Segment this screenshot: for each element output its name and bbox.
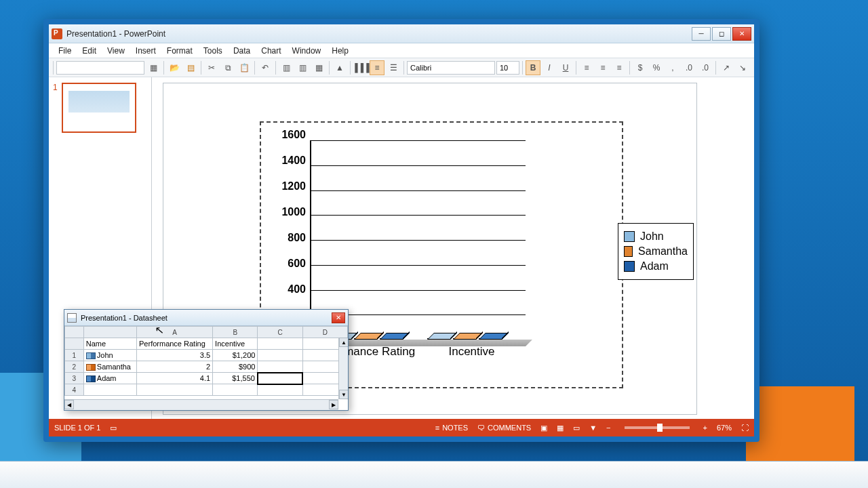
menu-chart[interactable]: Chart [256, 45, 286, 57]
col-header-a[interactable]: A [137, 327, 213, 338]
row-header-1[interactable]: 1 [65, 350, 84, 361]
legend-item[interactable]: John [624, 230, 688, 243]
category-axis-grid-button[interactable]: ▐▐▐ [353, 60, 368, 75]
align-center-button[interactable]: ≡ [595, 60, 610, 75]
sorter-view-button[interactable]: ▦ [557, 424, 564, 432]
datasheet-titlebar[interactable]: Presentation1 - Datasheet ✕ [64, 310, 348, 326]
cell-b-header[interactable]: Incentive [213, 338, 258, 350]
format-chart-area-button[interactable]: ▦ [146, 60, 161, 75]
reading-view-button[interactable]: ▭ [573, 424, 580, 432]
bold-button[interactable]: B [526, 60, 540, 75]
align-right-button[interactable]: ≡ [612, 60, 627, 75]
scroll-left-icon[interactable]: ◀ [64, 400, 74, 409]
zoom-out-button[interactable]: − [606, 424, 610, 432]
datasheet-button[interactable]: ▤ [183, 60, 198, 75]
datasheet-grid[interactable]: A B C D Name Performance Rating Incentiv… [64, 326, 348, 410]
cell-name-4[interactable] [83, 384, 136, 396]
angle-text-button[interactable]: ↗ [719, 60, 734, 75]
scroll-up-icon[interactable]: ▲ [339, 338, 348, 347]
fill-color-button[interactable]: ▲ [332, 60, 347, 75]
value-axis-grid-button[interactable]: ≡ [370, 60, 384, 75]
align-left-button[interactable]: ≡ [579, 60, 594, 75]
datasheet-close-button[interactable]: ✕ [332, 312, 345, 323]
datasheet-vscroll[interactable]: ▲ ▼ [338, 338, 348, 399]
comma-button[interactable]: , [665, 60, 680, 75]
by-column-button[interactable]: ▥ [295, 60, 310, 75]
paste-button[interactable]: 📋 [237, 60, 252, 75]
datasheet-hscroll[interactable]: ◀ ▶ [64, 399, 338, 410]
cell-b3[interactable]: $1,550 [213, 373, 258, 384]
chart-legend[interactable]: JohnSamanthaAdam [618, 223, 694, 280]
close-button[interactable]: ✕ [732, 27, 751, 41]
menu-data[interactable]: Data [228, 45, 256, 57]
comments-button[interactable]: 🗨 COMMENTS [477, 424, 531, 432]
underline-button[interactable]: U [558, 60, 573, 75]
row-header-2[interactable]: 2 [65, 361, 84, 373]
menu-view[interactable]: View [102, 45, 130, 57]
col-header-b[interactable]: B [213, 327, 258, 338]
cell-a1[interactable]: 3.5 [137, 350, 213, 361]
angle-text-down-button[interactable]: ↘ [735, 60, 750, 75]
row-header-3[interactable]: 3 [65, 373, 84, 384]
cell-b4[interactable] [213, 384, 258, 396]
font-size-select[interactable] [496, 61, 519, 75]
decrease-decimal-button[interactable]: .0 [698, 60, 713, 75]
currency-button[interactable]: $ [633, 60, 648, 75]
normal-view-button[interactable]: ▣ [540, 424, 547, 432]
chart-type-select[interactable] [56, 61, 144, 75]
undo-button[interactable]: ↶ [258, 60, 273, 75]
menu-file[interactable]: File [53, 45, 77, 57]
data-table-button[interactable]: ▦ [311, 60, 326, 75]
copy-button[interactable]: ⧉ [220, 60, 235, 75]
cell-c3-selected[interactable] [258, 373, 302, 384]
col-header-d[interactable]: D [302, 327, 347, 338]
italic-button[interactable]: I [542, 60, 557, 75]
cell-c1[interactable] [258, 350, 302, 361]
cell-b1[interactable]: $1,200 [213, 350, 258, 361]
row-header-0[interactable] [65, 338, 84, 350]
menu-help[interactable]: Help [326, 45, 354, 57]
menu-format[interactable]: Format [161, 45, 198, 57]
menu-edit[interactable]: Edit [77, 45, 102, 57]
cell-b2[interactable]: $900 [213, 361, 258, 373]
row-header-4[interactable]: 4 [65, 384, 84, 396]
increase-decimal-button[interactable]: .0 [682, 60, 696, 75]
zoom-in-button[interactable]: + [703, 424, 707, 432]
corner-cell[interactable] [65, 327, 84, 338]
minimize-button[interactable]: ─ [692, 27, 711, 41]
slideshow-button[interactable]: ▼ [589, 424, 597, 432]
titlebar[interactable]: Presentation1 - PowerPoint ─ ◻ ✕ [49, 24, 754, 43]
cell-name-1[interactable]: John [83, 350, 136, 361]
cell-c-header[interactable] [258, 338, 302, 350]
import-button[interactable]: 📂 [167, 60, 182, 75]
scroll-right-icon[interactable]: ▶ [329, 400, 338, 409]
menu-window[interactable]: Window [287, 45, 327, 57]
menu-insert[interactable]: Insert [130, 45, 161, 57]
slide-thumbnail[interactable] [62, 83, 136, 133]
cell-name-2[interactable]: Samantha [83, 361, 136, 373]
notes-button[interactable]: ≡ NOTES [435, 424, 468, 432]
cut-button[interactable]: ✂ [204, 60, 219, 75]
cell-name-3[interactable]: Adam [83, 373, 136, 384]
menu-tools[interactable]: Tools [198, 45, 228, 57]
cell-c2[interactable] [258, 361, 302, 373]
maximize-button[interactable]: ◻ [712, 27, 731, 41]
cell-a-header[interactable]: Performance Rating [137, 338, 213, 350]
cell-a2[interactable]: 2 [137, 361, 213, 373]
fit-button[interactable]: ⛶ [741, 424, 749, 432]
by-row-button[interactable]: ▥ [279, 60, 294, 75]
col-header-c[interactable]: C [258, 327, 302, 338]
scroll-down-icon[interactable]: ▼ [339, 390, 348, 399]
col-header-name-blank[interactable] [83, 327, 136, 338]
spellcheck-icon[interactable]: ▭ [110, 424, 117, 432]
windows-taskbar[interactable] [0, 461, 868, 488]
zoom-slider[interactable] [625, 426, 690, 429]
zoom-level[interactable]: 67% [717, 424, 732, 432]
font-select[interactable] [407, 61, 495, 75]
percent-button[interactable]: % [649, 60, 664, 75]
cell-name-header[interactable]: Name [83, 338, 136, 350]
legend-item[interactable]: Adam [624, 260, 688, 272]
cell-a3[interactable]: 4.1 [137, 373, 213, 384]
cell-c4[interactable] [258, 384, 302, 396]
legend-button[interactable]: ☰ [386, 60, 401, 75]
